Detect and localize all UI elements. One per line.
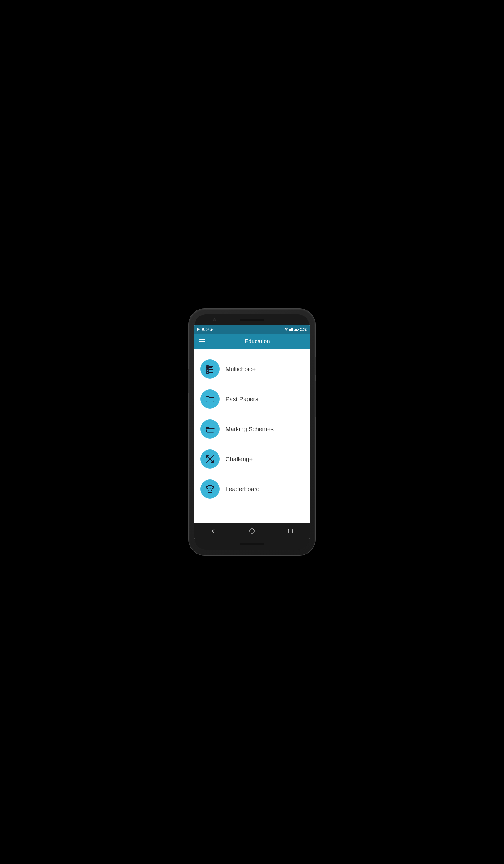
back-button[interactable]: [208, 526, 219, 536]
multichoice-label: Multichoice: [226, 366, 256, 373]
challenge-label: Challenge: [226, 456, 253, 463]
marking-schemes-icon: [205, 424, 215, 434]
marking-schemes-label: Marking Schemes: [226, 426, 274, 433]
multichoice-icon: [205, 364, 215, 374]
phone-top-bar: [194, 314, 310, 325]
challenge-menu-item[interactable]: Challenge: [194, 444, 310, 474]
app-toolbar: Education: [194, 334, 310, 349]
hamburger-menu-button[interactable]: [199, 339, 205, 344]
svg-rect-3: [203, 331, 204, 331]
marking-schemes-icon-circle: [200, 419, 219, 439]
phone-bottom-bar: [194, 539, 310, 550]
shield-status-icon: ⊙: [206, 328, 209, 331]
multichoice-icon-circle: [200, 359, 219, 379]
svg-text:⊙: ⊙: [207, 328, 208, 330]
svg-rect-37: [288, 529, 292, 533]
home-button[interactable]: [247, 526, 257, 536]
status-time: 2:32: [300, 328, 307, 331]
mic-grill: [240, 543, 264, 545]
past-papers-menu-item[interactable]: Past Papers: [194, 384, 310, 414]
phone-inner: ⊙: [194, 314, 310, 550]
notification-status-icon: [202, 328, 205, 331]
challenge-icon-circle: [200, 449, 219, 469]
past-papers-label: Past Papers: [226, 396, 258, 403]
multichoice-menu-item[interactable]: Multichoice: [194, 354, 310, 384]
svg-text:★: ★: [209, 487, 211, 489]
leaderboard-menu-item[interactable]: ★ Leaderboard: [194, 474, 310, 504]
status-bar: ⊙: [194, 325, 310, 334]
svg-rect-7: [212, 330, 212, 331]
svg-rect-15: [206, 372, 209, 373]
signal-icon: [289, 328, 293, 331]
leaderboard-label: Leaderboard: [226, 486, 260, 493]
recents-button[interactable]: [285, 526, 296, 536]
wifi-icon: [285, 328, 288, 331]
svg-point-36: [250, 529, 254, 533]
svg-rect-2: [202, 330, 205, 331]
svg-marker-9: [291, 328, 292, 331]
leaderboard-icon: ★: [205, 484, 215, 494]
bottom-navigation: [194, 523, 310, 539]
past-papers-icon-circle: [200, 389, 219, 409]
image-status-icon: [197, 328, 201, 331]
past-papers-icon: [205, 394, 215, 404]
leaderboard-icon-circle: ★: [200, 479, 219, 499]
menu-content: Multichoice Past Papers: [194, 349, 310, 523]
speaker: [240, 319, 264, 321]
battery-icon: [294, 328, 298, 331]
screen: ⊙: [194, 325, 310, 539]
alert-status-icon: [210, 328, 213, 331]
svg-point-1: [198, 329, 199, 329]
svg-marker-10: [292, 328, 293, 331]
app-title: Education: [210, 338, 305, 345]
svg-marker-8: [289, 329, 291, 331]
marking-schemes-menu-item[interactable]: Marking Schemes: [194, 414, 310, 444]
status-left-icons: ⊙: [197, 328, 213, 331]
challenge-icon: [205, 454, 215, 464]
svg-rect-6: [212, 329, 212, 330]
back-icon: [210, 528, 217, 534]
recents-icon: [287, 528, 294, 534]
home-icon: [249, 528, 255, 534]
svg-rect-0: [198, 328, 201, 331]
status-right-icons: 2:32: [285, 328, 307, 331]
phone-device: ⊙: [189, 309, 315, 555]
camera: [213, 318, 216, 321]
